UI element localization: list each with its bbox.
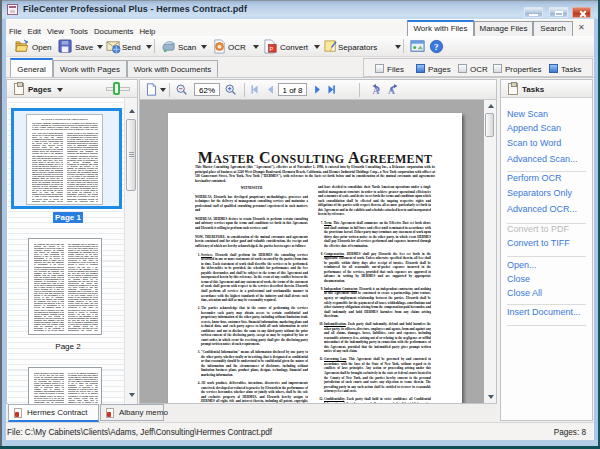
svg-text:?: ?: [434, 42, 438, 52]
svg-text:P: P: [270, 46, 274, 52]
